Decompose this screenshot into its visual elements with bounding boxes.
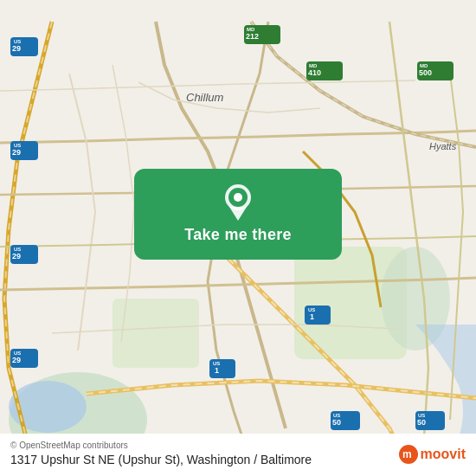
svg-text:29: 29 bbox=[12, 252, 21, 261]
svg-text:1: 1 bbox=[310, 312, 314, 321]
take-me-there-button[interactable]: Take me there bbox=[134, 169, 342, 260]
svg-point-44 bbox=[234, 193, 242, 202]
map-attribution: © OpenStreetMap contributors bbox=[10, 441, 466, 450]
svg-text:Hyatts: Hyatts bbox=[429, 141, 457, 151]
svg-text:50: 50 bbox=[332, 418, 341, 427]
info-bar: © OpenStreetMap contributors 1317 Upshur… bbox=[0, 434, 476, 476]
moovit-brand-text: moovit bbox=[421, 447, 466, 462]
location-pin-icon bbox=[222, 184, 254, 221]
map-container: US 29 US 29 US 29 US 29 MD 212 MD 410 MD… bbox=[0, 0, 476, 476]
svg-text:500: 500 bbox=[419, 68, 432, 77]
svg-marker-45 bbox=[229, 207, 247, 221]
moovit-m-icon: m bbox=[399, 445, 418, 464]
svg-text:1: 1 bbox=[215, 366, 219, 375]
svg-text:29: 29 bbox=[12, 356, 21, 364]
svg-text:Chillum: Chillum bbox=[186, 91, 224, 104]
svg-text:50: 50 bbox=[417, 418, 426, 427]
svg-text:212: 212 bbox=[246, 32, 259, 41]
address-label: 1317 Upshur St NE (Upshur St), Washingto… bbox=[10, 452, 312, 467]
svg-text:29: 29 bbox=[12, 44, 21, 53]
moovit-logo: m moovit bbox=[399, 445, 466, 464]
take-me-there-label: Take me there bbox=[184, 226, 292, 244]
svg-text:410: 410 bbox=[308, 68, 321, 77]
svg-text:m: m bbox=[402, 448, 412, 460]
svg-text:29: 29 bbox=[12, 148, 21, 157]
